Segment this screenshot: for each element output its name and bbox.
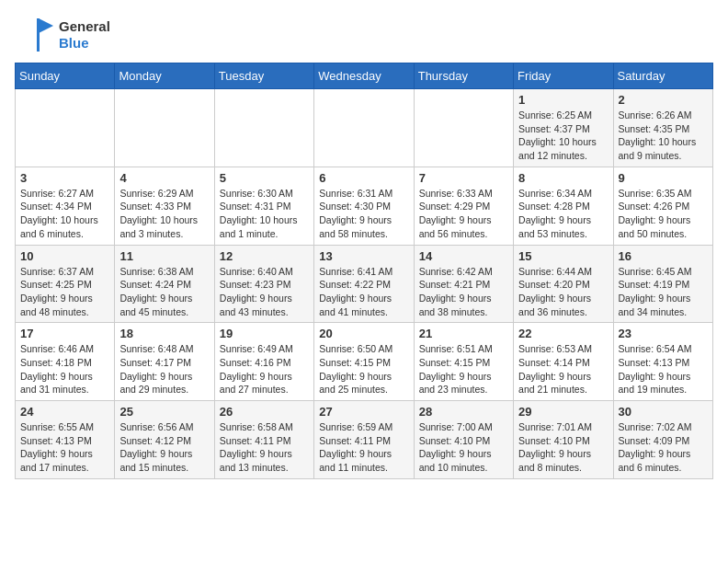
calendar-cell: 14Sunrise: 6:42 AM Sunset: 4:21 PM Dayli… — [414, 245, 513, 323]
day-info: Sunrise: 6:38 AM Sunset: 4:24 PM Dayligh… — [119, 265, 209, 319]
day-info: Sunrise: 6:26 AM Sunset: 4:35 PM Dayligh… — [619, 109, 708, 163]
svg-marker-0 — [39, 18, 53, 33]
day-info: Sunrise: 6:48 AM Sunset: 4:17 PM Dayligh… — [119, 342, 209, 396]
calendar-cell: 25Sunrise: 6:56 AM Sunset: 4:12 PM Dayli… — [115, 401, 214, 479]
calendar-cell — [214, 89, 313, 167]
day-number: 30 — [619, 405, 708, 419]
calendar-cell: 15Sunrise: 6:44 AM Sunset: 4:20 PM Dayli… — [514, 245, 613, 323]
calendar-cell: 22Sunrise: 6:53 AM Sunset: 4:14 PM Dayli… — [514, 323, 613, 401]
day-info: Sunrise: 7:00 AM Sunset: 4:10 PM Dayligh… — [419, 420, 508, 475]
day-number: 26 — [220, 405, 309, 419]
calendar-cell: 20Sunrise: 6:50 AM Sunset: 4:15 PM Dayli… — [314, 323, 414, 401]
day-info: Sunrise: 6:56 AM Sunset: 4:12 PM Dayligh… — [119, 420, 209, 475]
calendar-cell: 30Sunrise: 7:02 AM Sunset: 4:09 PM Dayli… — [613, 401, 712, 479]
weekday-header: Monday — [115, 63, 214, 89]
calendar-week-row: 10Sunrise: 6:37 AM Sunset: 4:25 PM Dayli… — [16, 245, 713, 323]
calendar-cell — [414, 89, 513, 167]
logo-line2: Blue — [59, 35, 110, 52]
day-info: Sunrise: 6:31 AM Sunset: 4:30 PM Dayligh… — [319, 187, 408, 241]
calendar-cell: 28Sunrise: 7:00 AM Sunset: 4:10 PM Dayli… — [414, 401, 513, 479]
calendar-header-row: SundayMondayTuesdayWednesdayThursdayFrid… — [16, 63, 713, 89]
day-number: 19 — [220, 327, 309, 340]
weekday-header: Wednesday — [314, 63, 414, 89]
calendar-cell: 5Sunrise: 6:30 AM Sunset: 4:31 PM Daylig… — [214, 167, 313, 245]
day-number: 4 — [119, 171, 209, 185]
day-info: Sunrise: 6:55 AM Sunset: 4:13 PM Dayligh… — [20, 420, 109, 475]
day-number: 2 — [619, 93, 708, 107]
calendar-cell: 24Sunrise: 6:55 AM Sunset: 4:13 PM Dayli… — [16, 401, 115, 479]
day-info: Sunrise: 6:30 AM Sunset: 4:31 PM Dayligh… — [220, 187, 309, 241]
weekday-header: Sunday — [16, 63, 115, 89]
day-info: Sunrise: 6:53 AM Sunset: 4:14 PM Dayligh… — [518, 342, 608, 396]
day-info: Sunrise: 6:59 AM Sunset: 4:11 PM Dayligh… — [319, 420, 408, 475]
calendar-table: SundayMondayTuesdayWednesdayThursdayFrid… — [15, 63, 713, 479]
day-number: 15 — [518, 249, 608, 263]
calendar-cell: 2Sunrise: 6:26 AM Sunset: 4:35 PM Daylig… — [613, 89, 712, 167]
day-number: 6 — [319, 171, 408, 185]
day-number: 8 — [518, 171, 608, 185]
calendar-week-row: 1Sunrise: 6:25 AM Sunset: 4:37 PM Daylig… — [16, 89, 713, 167]
calendar-cell: 11Sunrise: 6:38 AM Sunset: 4:24 PM Dayli… — [115, 245, 214, 323]
day-number: 3 — [20, 171, 109, 185]
day-info: Sunrise: 7:02 AM Sunset: 4:09 PM Dayligh… — [619, 420, 708, 475]
calendar-cell — [16, 89, 115, 167]
calendar-cell: 12Sunrise: 6:40 AM Sunset: 4:23 PM Dayli… — [214, 245, 313, 323]
day-number: 17 — [20, 327, 109, 340]
calendar-week-row: 17Sunrise: 6:46 AM Sunset: 4:18 PM Dayli… — [16, 323, 713, 401]
day-number: 12 — [220, 249, 309, 263]
calendar-week-row: 3Sunrise: 6:27 AM Sunset: 4:34 PM Daylig… — [16, 167, 713, 245]
day-number: 20 — [319, 327, 408, 340]
day-number: 18 — [119, 327, 209, 340]
calendar-cell: 27Sunrise: 6:59 AM Sunset: 4:11 PM Dayli… — [314, 401, 414, 479]
logo-text: GeneralBlue — [59, 18, 110, 52]
logo: GeneralBlue — [15, 15, 110, 55]
day-info: Sunrise: 6:33 AM Sunset: 4:29 PM Dayligh… — [419, 187, 508, 241]
day-number: 7 — [419, 171, 508, 185]
logo-svg — [15, 15, 55, 55]
weekday-header: Saturday — [613, 63, 712, 89]
day-number: 10 — [20, 249, 109, 263]
day-number: 5 — [220, 171, 309, 185]
page-header: GeneralBlue — [15, 15, 713, 55]
day-info: Sunrise: 6:34 AM Sunset: 4:28 PM Dayligh… — [518, 187, 608, 241]
day-info: Sunrise: 6:40 AM Sunset: 4:23 PM Dayligh… — [220, 265, 309, 319]
weekday-header: Thursday — [414, 63, 513, 89]
day-info: Sunrise: 6:42 AM Sunset: 4:21 PM Dayligh… — [419, 265, 508, 319]
calendar-cell — [115, 89, 214, 167]
day-info: Sunrise: 6:54 AM Sunset: 4:13 PM Dayligh… — [619, 342, 708, 396]
calendar-cell: 13Sunrise: 6:41 AM Sunset: 4:22 PM Dayli… — [314, 245, 414, 323]
calendar-cell: 8Sunrise: 6:34 AM Sunset: 4:28 PM Daylig… — [514, 167, 613, 245]
day-number: 27 — [319, 405, 408, 419]
day-number: 21 — [419, 327, 508, 340]
day-info: Sunrise: 6:27 AM Sunset: 4:34 PM Dayligh… — [20, 187, 109, 241]
day-info: Sunrise: 6:45 AM Sunset: 4:19 PM Dayligh… — [619, 265, 708, 319]
day-number: 11 — [119, 249, 209, 263]
calendar-cell — [314, 89, 414, 167]
calendar-cell: 19Sunrise: 6:49 AM Sunset: 4:16 PM Dayli… — [214, 323, 313, 401]
day-number: 9 — [619, 171, 708, 185]
calendar-cell: 26Sunrise: 6:58 AM Sunset: 4:11 PM Dayli… — [214, 401, 313, 479]
calendar-cell: 29Sunrise: 7:01 AM Sunset: 4:10 PM Dayli… — [514, 401, 613, 479]
calendar-cell: 3Sunrise: 6:27 AM Sunset: 4:34 PM Daylig… — [16, 167, 115, 245]
calendar-cell: 9Sunrise: 6:35 AM Sunset: 4:26 PM Daylig… — [613, 167, 712, 245]
day-number: 13 — [319, 249, 408, 263]
day-info: Sunrise: 6:49 AM Sunset: 4:16 PM Dayligh… — [220, 342, 309, 396]
day-info: Sunrise: 6:51 AM Sunset: 4:15 PM Dayligh… — [419, 342, 508, 396]
calendar-cell: 16Sunrise: 6:45 AM Sunset: 4:19 PM Dayli… — [613, 245, 712, 323]
calendar-cell: 21Sunrise: 6:51 AM Sunset: 4:15 PM Dayli… — [414, 323, 513, 401]
calendar-cell: 18Sunrise: 6:48 AM Sunset: 4:17 PM Dayli… — [115, 323, 214, 401]
day-info: Sunrise: 7:01 AM Sunset: 4:10 PM Dayligh… — [518, 420, 608, 475]
day-number: 29 — [518, 405, 608, 419]
svg-rect-1 — [37, 18, 40, 52]
calendar-cell: 10Sunrise: 6:37 AM Sunset: 4:25 PM Dayli… — [16, 245, 115, 323]
calendar-cell: 6Sunrise: 6:31 AM Sunset: 4:30 PM Daylig… — [314, 167, 414, 245]
day-info: Sunrise: 6:25 AM Sunset: 4:37 PM Dayligh… — [518, 109, 608, 163]
day-info: Sunrise: 6:37 AM Sunset: 4:25 PM Dayligh… — [20, 265, 109, 319]
day-info: Sunrise: 6:41 AM Sunset: 4:22 PM Dayligh… — [319, 265, 408, 319]
day-number: 23 — [619, 327, 708, 340]
calendar-cell: 1Sunrise: 6:25 AM Sunset: 4:37 PM Daylig… — [514, 89, 613, 167]
calendar-cell: 7Sunrise: 6:33 AM Sunset: 4:29 PM Daylig… — [414, 167, 513, 245]
calendar-cell: 4Sunrise: 6:29 AM Sunset: 4:33 PM Daylig… — [115, 167, 214, 245]
calendar-cell: 23Sunrise: 6:54 AM Sunset: 4:13 PM Dayli… — [613, 323, 712, 401]
day-number: 22 — [518, 327, 608, 340]
